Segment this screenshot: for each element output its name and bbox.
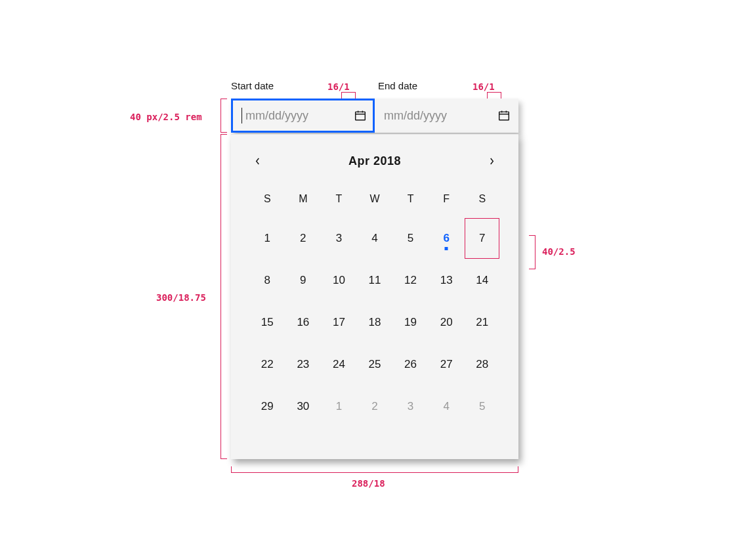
calendar-day[interactable]: 30 xyxy=(285,386,322,428)
annotation-icon-size-start: 16/1 xyxy=(327,81,350,92)
calendar-day[interactable]: 11 xyxy=(357,259,393,301)
end-date-label: End date xyxy=(378,80,417,91)
bracket-calendar-height xyxy=(220,134,227,459)
calendar-day[interactable]: 16 xyxy=(285,301,322,344)
dow-cell: F xyxy=(429,187,465,211)
calendar-day[interactable]: 21 xyxy=(464,301,500,344)
calendar-day[interactable]: 28 xyxy=(464,344,500,386)
dow-cell: W xyxy=(357,187,393,211)
calendar-header: Apr 2018 xyxy=(249,149,500,173)
calendar-day[interactable]: 26 xyxy=(392,344,429,386)
calendar-day[interactable]: 5 xyxy=(464,386,500,428)
calendar-day[interactable]: 4 xyxy=(429,386,465,428)
annotation-calendar-height: 300/18.75 xyxy=(156,292,206,303)
start-date-placeholder: mm/dd/yyyy xyxy=(240,109,354,123)
prev-month-button[interactable] xyxy=(249,153,265,169)
text-cursor xyxy=(242,108,242,123)
dow-cell: M xyxy=(285,187,322,211)
annotation-icon-size-end: 16/1 xyxy=(472,81,495,92)
bracket-input-height xyxy=(220,99,227,133)
dow-cell: T xyxy=(321,187,357,211)
dow-cell: S xyxy=(464,187,500,211)
svg-rect-0 xyxy=(356,112,366,120)
next-month-button[interactable] xyxy=(484,153,500,169)
end-date-placeholder: mm/dd/yyyy xyxy=(384,109,497,123)
calendar-days-grid: 1234567891011121314151617181920212223242… xyxy=(249,217,500,428)
calendar-day[interactable]: 23 xyxy=(285,344,322,386)
calendar-day[interactable]: 3 xyxy=(321,217,357,259)
day-of-week-row: SMTWTFS xyxy=(249,187,500,211)
start-date-label: Start date xyxy=(231,80,274,91)
calendar-day[interactable]: 27 xyxy=(429,344,465,386)
svg-rect-4 xyxy=(499,112,509,120)
calendar-day[interactable]: 19 xyxy=(392,301,429,344)
calendar-dropdown: Apr 2018 SMTWTFS 12345678910111213141516… xyxy=(231,134,518,459)
calendar-day[interactable]: 9 xyxy=(285,259,322,301)
annotation-calendar-width: 288/18 xyxy=(352,478,385,489)
calendar-day[interactable]: 3 xyxy=(392,386,429,428)
calendar-day[interactable]: 1 xyxy=(321,386,357,428)
calendar-day[interactable]: 1 xyxy=(249,217,285,259)
start-date-input[interactable]: mm/dd/yyyy xyxy=(231,99,375,133)
calendar-day[interactable]: 20 xyxy=(429,301,465,344)
calendar-day[interactable]: 18 xyxy=(357,301,393,344)
calendar-day[interactable]: 13 xyxy=(429,259,465,301)
annotation-cell-size: 40/2.5 xyxy=(542,246,576,257)
dow-cell: T xyxy=(392,187,429,211)
bracket-cell-size xyxy=(529,235,536,269)
calendar-day[interactable]: 15 xyxy=(249,301,285,344)
calendar-month-label[interactable]: Apr 2018 xyxy=(348,154,401,168)
calendar-day[interactable]: 25 xyxy=(357,344,393,386)
calendar-day[interactable]: 8 xyxy=(249,259,285,301)
calendar-day[interactable]: 2 xyxy=(357,386,393,428)
calendar-day[interactable]: 17 xyxy=(321,301,357,344)
calendar-icon[interactable] xyxy=(354,109,367,122)
calendar-day[interactable]: 29 xyxy=(249,386,285,428)
end-date-input[interactable]: mm/dd/yyyy xyxy=(375,99,518,133)
calendar-day[interactable]: 12 xyxy=(392,259,429,301)
calendar-day[interactable]: 5 xyxy=(392,217,429,259)
bracket-calendar-width xyxy=(231,466,518,473)
calendar-day[interactable]: 10 xyxy=(321,259,357,301)
annotation-input-height: 40 px/2.5 rem xyxy=(130,112,202,122)
date-inputs-row: mm/dd/yyyy mm/dd/yyyy xyxy=(231,99,518,133)
calendar-day[interactable]: 2 xyxy=(285,217,322,259)
calendar-day[interactable]: 22 xyxy=(249,344,285,386)
bracket-icon-start xyxy=(341,92,356,99)
calendar-day[interactable]: 24 xyxy=(321,344,357,386)
bracket-icon-end xyxy=(487,92,501,99)
calendar-icon[interactable] xyxy=(497,109,511,122)
calendar-day[interactable]: 14 xyxy=(464,259,500,301)
calendar-day[interactable]: 4 xyxy=(357,217,393,259)
calendar-day[interactable]: 6 xyxy=(429,217,465,259)
calendar-day[interactable]: 7 xyxy=(464,217,500,259)
dow-cell: S xyxy=(249,187,285,211)
